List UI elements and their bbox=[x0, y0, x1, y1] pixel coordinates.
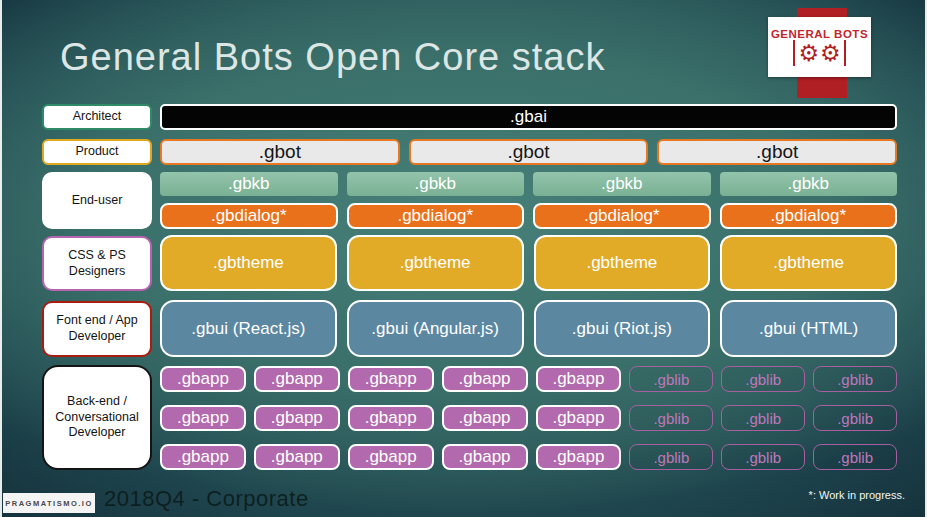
gblib-box: .gblib bbox=[721, 366, 805, 392]
gbapp-box: .gbapp bbox=[536, 366, 622, 392]
gbui-html-box: .gbui (HTML) bbox=[720, 300, 897, 357]
label-product: Product bbox=[42, 139, 152, 165]
row-gbot: .gbot .gbot .gbot bbox=[160, 139, 897, 165]
gblib-box: .gblib bbox=[813, 405, 897, 431]
gbdialog-box: .gbdialog* bbox=[160, 203, 338, 229]
label-architect: Architect bbox=[42, 104, 152, 130]
gear-bar-right bbox=[844, 40, 846, 66]
gbapp-box: .gbapp bbox=[348, 366, 434, 392]
work-in-progress-note: *: Work in progress. bbox=[809, 489, 905, 501]
gblib-box: .gblib bbox=[629, 366, 713, 392]
label-end-user: End-user bbox=[42, 172, 152, 229]
gbkb-box: .gbkb bbox=[533, 172, 711, 196]
label-css-ps-designers: CSS & PS Designers bbox=[42, 236, 152, 291]
gbapp-box: .gbapp bbox=[254, 366, 340, 392]
gbtheme-box: .gbtheme bbox=[720, 235, 897, 291]
gblib-box: .gblib bbox=[813, 366, 897, 392]
gbapp-box: .gbapp bbox=[442, 444, 528, 470]
gbapp-box: .gbapp bbox=[442, 405, 528, 431]
slide-title: General Bots Open Core stack bbox=[60, 36, 605, 79]
gbtheme-box: .gbtheme bbox=[347, 235, 524, 291]
gbapp-box: .gbapp bbox=[254, 444, 340, 470]
gblib-box: .gblib bbox=[813, 444, 897, 470]
gbui-angular-box: .gbui (Angular.js) bbox=[347, 300, 524, 357]
gblib-box: .gblib bbox=[721, 405, 805, 431]
gbot-box: .gbot bbox=[160, 139, 400, 165]
gbai-box: .gbai bbox=[160, 104, 897, 130]
gear-icon: ⚙ bbox=[798, 42, 819, 65]
label-back-end-conversational-developer: Back-end / Conversational Developer bbox=[42, 365, 152, 470]
logo-text: GENERAL BOTS bbox=[771, 28, 868, 40]
gbot-box: .gbot bbox=[657, 139, 897, 165]
gbapp-box: .gbapp bbox=[160, 444, 246, 470]
gbapp-box: .gbapp bbox=[348, 405, 434, 431]
gbapp-box: .gbapp bbox=[348, 444, 434, 470]
gbkb-box: .gbkb bbox=[347, 172, 525, 196]
row-gbapp-gblib-3: .gbapp .gbapp .gbapp .gbapp .gbapp .gbli… bbox=[160, 444, 897, 470]
gbkb-box: .gbkb bbox=[160, 172, 338, 196]
row-gbapp-gblib-2: .gbapp .gbapp .gbapp .gbapp .gbapp .gbli… bbox=[160, 405, 897, 431]
gbui-riot-box: .gbui (Riot.js) bbox=[534, 300, 711, 357]
gears-icon: ⚙⚙ bbox=[791, 40, 847, 66]
row-gbui: .gbui (React.js) .gbui (Angular.js) .gbu… bbox=[160, 300, 897, 357]
gbapp-box: .gbapp bbox=[160, 366, 246, 392]
pragmatismo-logo: PRAGMATISMO.IO bbox=[3, 493, 95, 513]
gbtheme-box: .gbtheme bbox=[160, 235, 337, 291]
gbtheme-box: .gbtheme bbox=[534, 235, 711, 291]
footer-caption: 2018Q4 - Corporate bbox=[104, 486, 309, 512]
gbapp-box: .gbapp bbox=[536, 444, 622, 470]
gbui-react-box: .gbui (React.js) bbox=[160, 300, 337, 357]
row-gbdialog: .gbdialog* .gbdialog* .gbdialog* .gbdial… bbox=[160, 203, 897, 229]
slide: General Bots Open Core stack GENERAL BOT… bbox=[0, 0, 927, 517]
gbapp-box: .gbapp bbox=[442, 366, 528, 392]
gbapp-box: .gbapp bbox=[536, 405, 622, 431]
gbdialog-box: .gbdialog* bbox=[347, 203, 525, 229]
gblib-box: .gblib bbox=[721, 444, 805, 470]
row-gbai: .gbai bbox=[160, 104, 897, 130]
gblib-box: .gblib bbox=[629, 405, 713, 431]
row-gbtheme: .gbtheme .gbtheme .gbtheme .gbtheme bbox=[160, 235, 897, 291]
label-front-end-app-developer: Font end / App Developer bbox=[42, 301, 152, 357]
gbkb-box: .gbkb bbox=[720, 172, 898, 196]
slide-left-edge bbox=[0, 0, 2, 517]
gbot-box: .gbot bbox=[409, 139, 649, 165]
row-gbkb: .gbkb .gbkb .gbkb .gbkb bbox=[160, 172, 897, 196]
row-gbapp-gblib-1: .gbapp .gbapp .gbapp .gbapp .gbapp .gbli… bbox=[160, 366, 897, 392]
gbdialog-box: .gbdialog* bbox=[720, 203, 898, 229]
gbapp-box: .gbapp bbox=[254, 405, 340, 431]
gear-bar-left bbox=[793, 40, 795, 66]
gbdialog-box: .gbdialog* bbox=[533, 203, 711, 229]
gblib-box: .gblib bbox=[629, 444, 713, 470]
gear-icon: ⚙ bbox=[820, 42, 841, 65]
general-bots-logo: GENERAL BOTS ⚙⚙ bbox=[768, 17, 871, 77]
gbapp-box: .gbapp bbox=[160, 405, 246, 431]
